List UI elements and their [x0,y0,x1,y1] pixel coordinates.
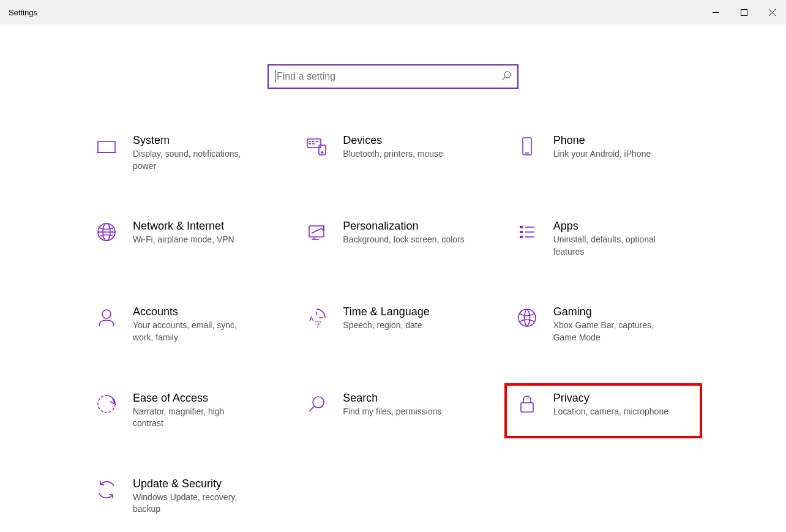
category-title: Ease of Access [133,392,256,405]
category-title: Devices [343,134,443,147]
category-update[interactable]: Update & SecurityWindows Update, recover… [84,469,282,524]
svg-rect-24 [520,226,523,228]
maximize-button[interactable] [730,0,758,24]
category-apps[interactable]: AppsUninstall, defaults, optional featur… [504,211,702,266]
ease-icon [91,392,122,415]
svg-point-15 [322,152,323,153]
category-title: Network & Internet [133,220,234,233]
svg-rect-16 [523,138,531,155]
search-icon [501,71,511,83]
category-description: Location, camera, microphone [553,406,668,418]
window-controls [702,0,786,24]
category-time[interactable]: A字Time & LanguageSpeech, region, date [294,297,492,352]
category-title: Apps [553,220,677,233]
svg-line-37 [309,406,314,411]
svg-point-36 [313,397,324,408]
svg-rect-38 [521,403,533,412]
category-title: Personalization [343,220,464,233]
category-personalization[interactable]: PersonalizationBackground, lock screen, … [294,211,492,266]
category-title: Accounts [133,305,256,318]
personalization-icon [301,220,332,243]
svg-rect-1 [741,9,747,15]
category-description: Link your Android, iPhone [553,148,651,160]
window-title: Settings [9,8,37,17]
svg-text:A: A [309,315,314,323]
category-title: Privacy [553,392,668,405]
svg-text:字: 字 [315,320,321,328]
svg-rect-21 [309,226,324,237]
category-description: Xbox Game Bar, captures, Game Mode [553,320,677,343]
update-icon [91,478,122,501]
search-box[interactable] [268,64,518,89]
category-title: Gaming [553,305,677,318]
category-description: Display, sound, notifications, power [133,148,256,172]
phone-icon [512,134,542,157]
category-title: Search [343,392,441,405]
category-description: Bluetooth, printers, mouse [343,148,443,160]
network-icon [91,220,122,243]
svg-rect-26 [520,236,523,238]
category-description: Speech, region, date [343,320,429,332]
category-devices[interactable]: DevicesBluetooth, printers, mouse [294,126,492,181]
close-button[interactable] [758,0,786,24]
category-description: Windows Update, recovery, backup [133,492,256,515]
category-system[interactable]: SystemDisplay, sound, notifications, pow… [84,126,282,181]
system-icon [91,134,122,157]
search-icon [301,392,332,415]
svg-point-4 [504,72,511,78]
search-input[interactable] [277,71,501,82]
category-ease[interactable]: Ease of AccessNarrator, magnifier, high … [84,383,282,438]
category-title: Time & Language [343,305,429,318]
svg-line-5 [502,77,505,80]
content-area: SystemDisplay, sound, notifications, pow… [0,24,786,524]
category-description: Wi-Fi, airplane mode, VPN [133,234,234,246]
category-description: Narrator, magnifier, high contrast [133,406,256,430]
minimize-button[interactable] [702,0,730,24]
category-network[interactable]: Network & InternetWi-Fi, airplane mode, … [84,211,282,266]
category-description: Uninstall, defaults, optional features [553,234,677,258]
titlebar: Settings [0,0,786,24]
category-privacy[interactable]: PrivacyLocation, camera, microphone [504,383,702,438]
text-caret [275,70,275,83]
svg-rect-25 [520,231,523,233]
accounts-icon [91,305,122,329]
gaming-icon [512,305,542,329]
apps-icon [512,220,542,243]
category-gaming[interactable]: GamingXbox Game Bar, captures, Game Mode [504,297,702,352]
category-description: Background, lock screen, colors [343,234,464,246]
privacy-icon [512,392,542,415]
category-search[interactable]: SearchFind my files, permissions [294,383,492,438]
time-icon: A字 [301,305,332,329]
category-phone[interactable]: PhoneLink your Android, iPhone [504,126,702,181]
category-accounts[interactable]: AccountsYour accounts, email, sync, work… [84,297,282,352]
svg-point-35 [518,309,536,326]
category-title: Update & Security [133,478,256,490]
devices-icon [301,134,332,157]
category-title: Phone [553,134,651,147]
category-description: Your accounts, email, sync, work, family [133,320,256,343]
category-title: System [133,134,256,147]
category-description: Find my files, permissions [343,406,441,418]
svg-rect-6 [98,141,115,152]
svg-point-30 [102,310,111,318]
settings-grid: SystemDisplay, sound, notifications, pow… [84,126,702,524]
